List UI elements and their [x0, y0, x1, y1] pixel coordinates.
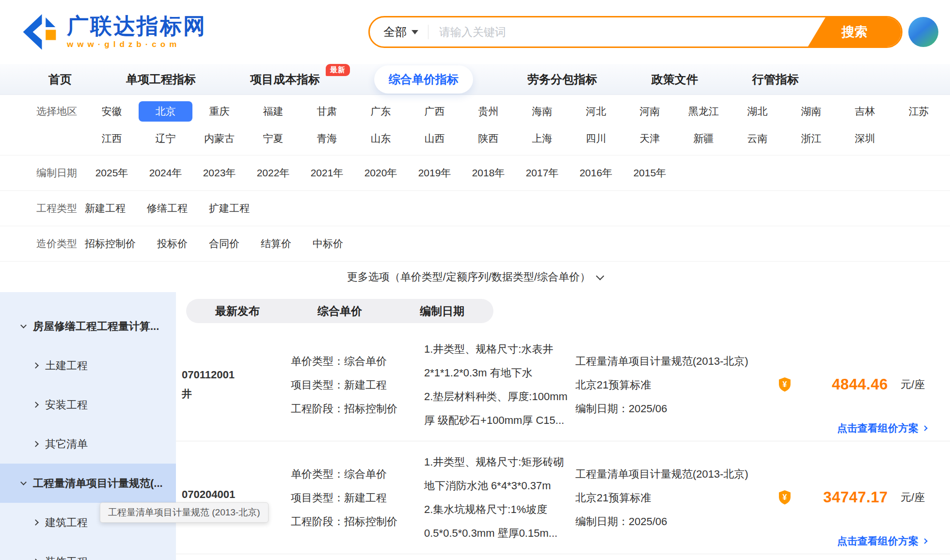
region-option[interactable]: 山东: [354, 132, 408, 145]
region-option[interactable]: 陕西: [461, 132, 515, 145]
view-plan-link[interactable]: 点击查看组价方案: [837, 534, 927, 548]
date-filter-row: 编制日期 2025年 2024年 2023年 2022年 2021年 2020年…: [0, 155, 950, 190]
region-option[interactable]: 浙江: [784, 132, 838, 145]
chevron-right-icon: [32, 441, 39, 447]
search-button[interactable]: 搜索: [808, 17, 901, 47]
year-option[interactable]: 2017年: [515, 166, 569, 180]
svg-text:¥: ¥: [783, 380, 787, 389]
nav-item-admin-index[interactable]: 行管指标: [752, 72, 799, 87]
view-plan-link[interactable]: 点击查看组价方案: [837, 421, 927, 435]
region-option[interactable]: 内蒙古: [192, 132, 246, 145]
nav-item-home[interactable]: 首页: [48, 72, 72, 87]
yen-badge-icon: ¥: [777, 377, 792, 392]
nav-item-policy-files[interactable]: 政策文件: [651, 72, 698, 87]
region-option[interactable]: 新疆: [677, 132, 730, 145]
tab-compile-date[interactable]: 编制日期: [391, 304, 493, 319]
region-option[interactable]: 辽宁: [139, 132, 192, 145]
nav-item-labor-subcontract-index[interactable]: 劳务分包指标: [527, 72, 597, 87]
chevron-right-icon: [32, 362, 39, 369]
year-option[interactable]: 2015年: [623, 166, 677, 180]
region-option[interactable]: 吉林: [838, 105, 892, 118]
chevron-right-icon: [922, 538, 927, 544]
search-category-dropdown[interactable]: 全部: [370, 24, 428, 40]
region-option[interactable]: 广西: [408, 105, 461, 118]
region-option[interactable]: 四川: [569, 132, 623, 145]
region-option[interactable]: 重庆: [192, 105, 246, 118]
tab-composite-price[interactable]: 综合单价: [288, 304, 391, 319]
year-option[interactable]: 2024年: [139, 166, 192, 180]
result-item[interactable]: 070112001 井 单价类型：综合单价 项目类型：新建工程 工程阶段：招标控…: [176, 328, 950, 441]
nav-item-composite-unit-price-index[interactable]: 综合单价指标: [374, 65, 473, 93]
region-option[interactable]: 湖南: [784, 105, 838, 118]
region-option[interactable]: 安徽: [85, 105, 139, 118]
new-badge: 最新: [326, 64, 350, 76]
price-type-option[interactable]: 合同价: [209, 230, 239, 257]
year-option[interactable]: 2023年: [192, 166, 246, 180]
region-option[interactable]: 江西: [85, 132, 139, 145]
result-item[interactable]: 070204001 单价类型：综合单价 项目类型：新建工程 工程阶段：招标控制价…: [176, 441, 950, 554]
sidebar-group-label: 工程量清单项目计量规范(...: [33, 476, 163, 491]
search-category-value: 全部: [383, 24, 407, 40]
region-option-selected[interactable]: 北京: [139, 101, 192, 122]
nav-item-project-cost-index[interactable]: 项目成本指标 最新: [250, 72, 320, 87]
year-option[interactable]: 2022年: [246, 166, 300, 180]
region-option[interactable]: 云南: [730, 132, 784, 145]
site-url: www·gldzb·com: [67, 40, 206, 49]
region-option[interactable]: 黑龙江: [677, 105, 730, 118]
avatar[interactable]: [908, 17, 938, 47]
year-option[interactable]: 2020年: [354, 166, 408, 180]
search-input[interactable]: [428, 17, 808, 47]
region-option[interactable]: 江苏: [892, 105, 946, 118]
item-code: 070112001: [182, 369, 291, 381]
chevron-right-icon: [922, 425, 927, 431]
price-type-option[interactable]: 投标价: [157, 230, 188, 257]
project-type-filter-row: 工程类型 新建工程 修缮工程 扩建工程: [0, 190, 950, 226]
chevron-right-icon: [32, 402, 39, 408]
search-bar: 全部 搜索: [368, 16, 902, 48]
year-option[interactable]: 2018年: [461, 166, 515, 180]
project-type-option[interactable]: 修缮工程: [147, 195, 188, 222]
region-option[interactable]: 广东: [354, 105, 408, 118]
region-option[interactable]: 贵州: [461, 105, 515, 118]
sidebar-group-repair-works[interactable]: 房屋修缮工程工程量计算...: [0, 307, 176, 346]
region-option[interactable]: 宁夏: [246, 132, 300, 145]
region-option[interactable]: 山西: [408, 132, 461, 145]
year-option[interactable]: 2016年: [569, 166, 623, 180]
region-option[interactable]: 湖北: [730, 105, 784, 118]
price-type-option[interactable]: 中标价: [313, 230, 343, 257]
year-option[interactable]: 2021年: [300, 166, 354, 180]
project-type-option[interactable]: 扩建工程: [209, 195, 250, 222]
sidebar-group-measurement-spec[interactable]: 工程量清单项目计量规范(...: [0, 464, 176, 503]
region-option[interactable]: 海南: [515, 105, 569, 118]
region-option[interactable]: 河南: [623, 105, 677, 118]
sidebar-item-civil-works[interactable]: 土建工程: [0, 346, 176, 385]
region-option[interactable]: 福建: [246, 105, 300, 118]
region-option[interactable]: 天津: [623, 132, 677, 145]
item-spec: 工程量清单项目计量规范(2013-北京) 北京21预算标准 编制日期：2025/…: [575, 462, 777, 533]
price-type-option[interactable]: 招标控制价: [85, 230, 136, 257]
item-name: 井: [182, 387, 291, 401]
sidebar-item-other-list[interactable]: 其它清单: [0, 424, 176, 464]
yen-badge-icon: ¥: [777, 490, 792, 505]
nav-item-single-project-index[interactable]: 单项工程指标: [126, 72, 196, 87]
sidebar-item-decoration-works[interactable]: 装饰工程: [0, 542, 176, 560]
chevron-down-icon: [412, 30, 418, 34]
region-option[interactable]: 河北: [569, 105, 623, 118]
more-options-label: 更多选项（单价类型/定额序列/数据类型/综合单价）: [347, 270, 590, 284]
region-option[interactable]: 上海: [515, 132, 569, 145]
main-area: 房屋修缮工程工程量计算... 土建工程 安装工程 其它清单 工程量清单项目计量规…: [0, 292, 950, 560]
item-spec: 工程量清单项目计量规范(2013-北京) 北京21预算标准 编制日期：2025/…: [575, 349, 777, 420]
year-option[interactable]: 2025年: [85, 166, 139, 180]
sidebar-item-installation-works[interactable]: 安装工程: [0, 385, 176, 424]
region-option[interactable]: 青海: [300, 132, 354, 145]
region-option[interactable]: 深圳: [838, 132, 892, 145]
project-type-filter-label: 工程类型: [36, 195, 85, 222]
tab-latest[interactable]: 最新发布: [186, 304, 288, 319]
project-type-option[interactable]: 新建工程: [85, 195, 126, 222]
brand[interactable]: 广联达指标网 www·gldzb·com: [20, 13, 206, 51]
year-option[interactable]: 2019年: [408, 166, 461, 180]
price-type-option[interactable]: 结算价: [261, 230, 291, 257]
region-option[interactable]: 甘肃: [300, 105, 354, 118]
more-options-toggle[interactable]: 更多选项（单价类型/定额序列/数据类型/综合单价）: [0, 261, 950, 292]
results-panel: 最新发布 综合单价 编制日期 070112001 井 单价类型：综合单价 项目类…: [176, 292, 950, 560]
